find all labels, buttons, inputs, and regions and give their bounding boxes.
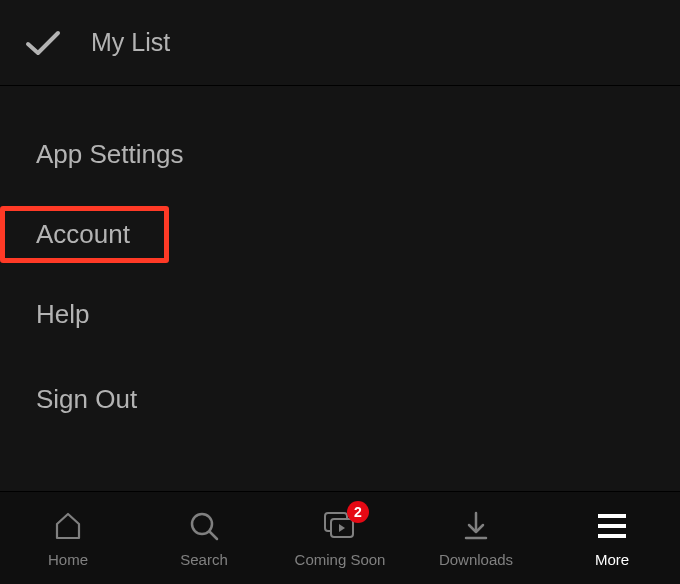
- menu-item-sign-out[interactable]: Sign Out: [0, 371, 173, 428]
- download-icon: [462, 509, 490, 543]
- tab-more-label: More: [595, 551, 629, 568]
- badge-count: 2: [347, 501, 369, 523]
- hamburger-icon: [598, 509, 626, 543]
- menu-item-app-settings[interactable]: App Settings: [0, 126, 219, 183]
- tab-more[interactable]: More: [544, 492, 680, 584]
- mylist-row[interactable]: My List: [0, 0, 680, 86]
- tab-home-label: Home: [48, 551, 88, 568]
- tab-home[interactable]: Home: [0, 492, 136, 584]
- mylist-label: My List: [91, 28, 170, 57]
- bottom-tab-bar: Home Search 2 Coming Soon: [0, 491, 680, 584]
- coming-soon-icon: 2: [323, 509, 357, 543]
- tab-downloads-label: Downloads: [439, 551, 513, 568]
- check-icon: [25, 29, 61, 57]
- svg-point-0: [192, 514, 212, 534]
- tab-coming-soon-label: Coming Soon: [295, 551, 386, 568]
- menu-item-help[interactable]: Help: [0, 286, 125, 343]
- home-icon: [53, 509, 83, 543]
- tab-search-label: Search: [180, 551, 228, 568]
- search-icon: [189, 509, 219, 543]
- menu-area: App Settings Account Help Sign Out: [0, 86, 680, 491]
- tab-coming-soon[interactable]: 2 Coming Soon: [272, 492, 408, 584]
- tab-search[interactable]: Search: [136, 492, 272, 584]
- menu-item-account[interactable]: Account: [0, 206, 169, 263]
- tab-downloads[interactable]: Downloads: [408, 492, 544, 584]
- svg-line-1: [210, 532, 217, 539]
